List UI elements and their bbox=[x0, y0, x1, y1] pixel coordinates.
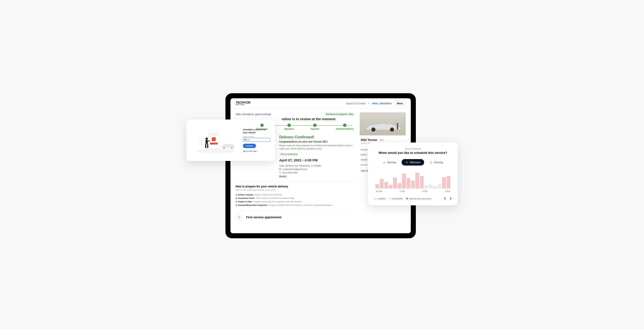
gear-icon bbox=[236, 213, 243, 221]
prep-item: 3. Trade-In Title : Prepare your trade f… bbox=[236, 200, 355, 203]
svg-rect-12 bbox=[210, 132, 218, 133]
page-greeting: Hello Johnathon, good evening! bbox=[236, 113, 271, 116]
chart-bar[interactable] bbox=[442, 177, 446, 188]
prep-item: 1. Driver License : Have a valid driver'… bbox=[236, 193, 355, 196]
step-payment[interactable]: Payment bbox=[310, 124, 319, 130]
mail-icon bbox=[279, 168, 282, 170]
step-signature[interactable]: Signature bbox=[284, 124, 294, 130]
chart-bar[interactable] bbox=[416, 173, 419, 188]
user-greeting[interactable]: Hello, Johnathon bbox=[372, 102, 392, 105]
svg-rect-20 bbox=[205, 144, 206, 148]
svg-rect-21 bbox=[207, 144, 208, 148]
login-illustration bbox=[191, 126, 240, 154]
service-heading: First service appoinment bbox=[246, 215, 282, 219]
signin-email-link[interactable]: Sign in with email› bbox=[243, 150, 270, 152]
phone-input[interactable]: +1 ▾ bbox=[243, 138, 270, 142]
sunrise-icon bbox=[383, 161, 386, 164]
schedule-heading: When would you like to schedule this ser… bbox=[374, 151, 452, 154]
chevron-left-icon bbox=[444, 197, 446, 200]
app-header: TACHYON MOTORS Support & Contact • Hello… bbox=[230, 98, 411, 109]
chart-bar[interactable] bbox=[398, 183, 401, 189]
svg-point-26 bbox=[201, 144, 202, 145]
view-link[interactable]: View pa bbox=[361, 169, 368, 172]
svg-point-16 bbox=[223, 147, 225, 149]
delivery-phone: (911)-859-3693 bbox=[279, 171, 355, 174]
phone-icon bbox=[279, 172, 281, 174]
dot-separator: • bbox=[368, 102, 370, 105]
delivery-description: Please make the down payment on or befor… bbox=[279, 144, 355, 151]
delivery-email: scarletwilson@gmail.com bbox=[279, 168, 355, 170]
svg-rect-13 bbox=[210, 134, 218, 135]
chart-bar[interactable] bbox=[411, 180, 415, 188]
support-link[interactable]: Support & Contact bbox=[346, 102, 366, 105]
continue-button[interactable]: Continue bbox=[243, 144, 256, 148]
side-vehicle-title: 2022 Tucson · SEL bbox=[361, 138, 405, 142]
chart-bar[interactable] bbox=[375, 184, 379, 189]
svg-rect-19 bbox=[206, 140, 208, 144]
svg-point-5 bbox=[239, 217, 240, 218]
chart-bar[interactable] bbox=[438, 184, 441, 189]
chart-bar[interactable] bbox=[384, 182, 388, 189]
chart-bar[interactable] bbox=[380, 179, 384, 189]
svg-point-18 bbox=[206, 137, 208, 140]
chart-bar[interactable] bbox=[393, 177, 397, 188]
menu-button[interactable]: Menu bbox=[394, 101, 406, 106]
svg-point-6 bbox=[372, 127, 376, 131]
next-arrow[interactable] bbox=[450, 197, 452, 200]
svg-point-25 bbox=[201, 142, 202, 143]
svg-point-7 bbox=[390, 127, 394, 131]
pickup-tag: Pick at Dealership bbox=[279, 153, 299, 156]
svg-rect-14 bbox=[212, 137, 216, 141]
delivery-datetime: April 27, 2021 • 4:00 PM bbox=[279, 158, 355, 162]
svg-rect-22 bbox=[208, 140, 210, 141]
sun-icon bbox=[405, 161, 408, 164]
svg-point-24 bbox=[201, 140, 202, 141]
modify-button[interactable]: Modify bbox=[279, 175, 355, 178]
step-documents[interactable]: Documents bbox=[256, 124, 268, 130]
chart-bar[interactable] bbox=[389, 185, 392, 188]
svg-point-10 bbox=[197, 149, 234, 153]
delivery-title: Delivery Confirmed! bbox=[279, 135, 355, 139]
chart-x-axis: 12 PM 1 PM 2 PM 3 PM bbox=[374, 190, 452, 192]
brand-logo[interactable]: TACHYON MOTORS bbox=[236, 101, 250, 105]
delivery-address: 1284, Markson Ave, Pleasonton, CA 94588 bbox=[279, 164, 355, 167]
chart-legend: Available Unavailable Special discount p… bbox=[374, 197, 452, 200]
daypart-afternoon[interactable]: Afternoon bbox=[402, 159, 424, 166]
chart-bar[interactable] bbox=[402, 174, 406, 189]
mobile-label: Mobile number bbox=[243, 136, 270, 137]
side-vehicle-image bbox=[360, 112, 406, 135]
chevron-right-icon bbox=[450, 197, 452, 200]
status-badge: Purchase in progress • 98% bbox=[324, 112, 355, 116]
svg-point-9 bbox=[396, 123, 398, 125]
chart-bar[interactable] bbox=[433, 186, 437, 189]
chevron-right-icon: › bbox=[257, 150, 258, 152]
daypart-morning[interactable]: Morning bbox=[379, 159, 400, 166]
svg-point-17 bbox=[231, 147, 233, 149]
chart-bar[interactable] bbox=[424, 185, 428, 189]
chart-bar[interactable] bbox=[447, 176, 450, 188]
prep-subheading: Just 4 more small steps and the car is y… bbox=[236, 189, 355, 191]
moon-icon bbox=[430, 161, 433, 164]
chart-bar[interactable] bbox=[420, 176, 424, 188]
step-schedule-delivery[interactable]: Schedule Delivery bbox=[336, 124, 354, 130]
prev-arrow[interactable] bbox=[444, 197, 446, 200]
availability-chart bbox=[374, 171, 452, 189]
daypart-toggle: Morning Afternoon Evening bbox=[374, 159, 452, 166]
prep-item: 4. Outstanding Down Payment : Bring a ce… bbox=[236, 204, 355, 206]
schedule-kicker: Quick Schedule bbox=[374, 148, 452, 150]
svg-rect-15 bbox=[210, 143, 218, 145]
flag-icon bbox=[244, 139, 246, 140]
chart-bar[interactable] bbox=[429, 185, 432, 189]
prep-section: How to prepare for your vehicle delivery… bbox=[236, 181, 355, 206]
daypart-evening[interactable]: Evening bbox=[426, 159, 447, 166]
svg-rect-8 bbox=[397, 125, 398, 130]
country-prefix: +1 bbox=[247, 139, 249, 141]
prep-item: 2. Insurance Card : Have a proof of vehi… bbox=[236, 197, 355, 199]
chevron-down-icon[interactable]: ▾ bbox=[250, 139, 250, 141]
delivery-subtitle: Congratulations on your new Tucson SEL! bbox=[279, 140, 355, 143]
prep-heading: How to prepare for your vehicle delivery bbox=[236, 185, 355, 188]
schedule-card: Quick Schedule When would you like to sc… bbox=[368, 143, 458, 205]
svg-point-27 bbox=[406, 162, 408, 163]
chart-bar[interactable] bbox=[407, 178, 410, 189]
